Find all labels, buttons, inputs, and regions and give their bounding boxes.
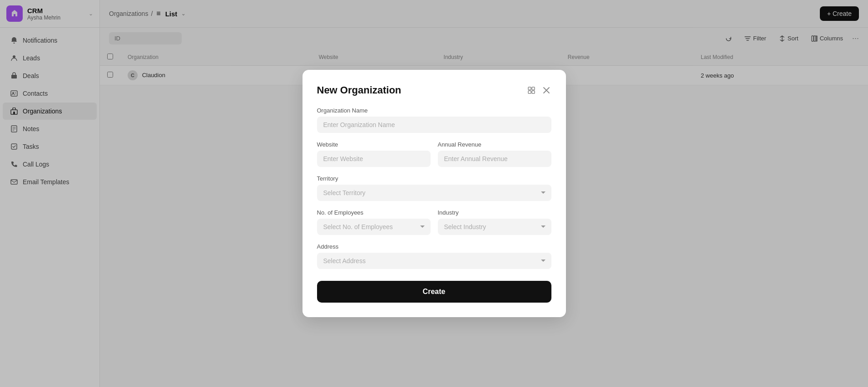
employees-select[interactable]: Select No. of Employees [317,219,431,235]
close-icon [543,87,550,93]
employees-field-group: No. of Employees Select No. of Employees [317,209,431,235]
expand-icon [528,87,535,94]
annual-revenue-label: Annual Revenue [438,141,551,148]
org-name-input[interactable] [317,117,551,133]
svg-rect-14 [528,91,531,93]
annual-revenue-input[interactable] [438,151,551,167]
address-label: Address [317,243,551,250]
employees-industry-row: No. of Employees Select No. of Employees… [317,209,551,243]
employees-label: No. of Employees [317,209,431,216]
org-name-field-group: Organization Name [317,107,551,133]
territory-select[interactable]: Select Territory [317,185,551,201]
industry-label: Industry [438,209,551,216]
svg-rect-15 [532,91,535,93]
svg-rect-12 [528,87,531,90]
modal-header: New Organization [317,84,551,96]
territory-label: Territory [317,175,551,182]
modal-title: New Organization [317,84,402,96]
address-select[interactable]: Select Address [317,253,551,269]
website-label: Website [317,141,431,148]
modal-expand-button[interactable] [526,85,537,96]
modal-overlay[interactable]: New Organization Organization Name Websi… [0,0,868,387]
org-name-label: Organization Name [317,107,551,114]
modal-header-actions [526,85,551,96]
territory-field-group: Territory Select Territory [317,175,551,201]
industry-select[interactable]: Select Industry [438,219,551,235]
annual-revenue-field-group: Annual Revenue [438,141,551,167]
website-field-group: Website [317,141,431,167]
address-field-group: Address Select Address [317,243,551,269]
modal-create-button[interactable]: Create [317,281,551,303]
website-input[interactable] [317,151,431,167]
modal-close-button[interactable] [541,85,551,95]
new-organization-modal: New Organization Organization Name Websi… [303,70,566,317]
website-revenue-row: Website Annual Revenue [317,141,551,175]
industry-field-group: Industry Select Industry [438,209,551,235]
svg-rect-13 [532,87,535,90]
